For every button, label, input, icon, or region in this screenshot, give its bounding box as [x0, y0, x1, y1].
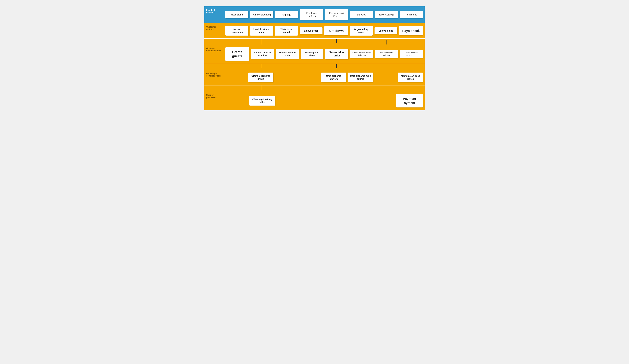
label-onstage: Onstage contact actions — [204, 44, 223, 64]
card-signage: Signage — [275, 11, 298, 18]
arrow-slot-2 — [275, 86, 298, 91]
row-label-text: Customer actions — [206, 26, 222, 30]
card-host-stand: Host Stand — [225, 11, 248, 18]
card-offers-drinks: Offers & prepares drinks — [248, 73, 273, 82]
arrow-slot-5 — [350, 86, 373, 91]
card-takes-order: Server takes order — [325, 49, 348, 60]
row-label-text: Onstage contact actions — [206, 47, 222, 52]
card-delivers-entrees: Server delivers entrees — [375, 50, 398, 58]
card-enjoys-decor: Enjoys décor — [300, 27, 322, 34]
arrows-onstage-backstage — [204, 64, 425, 70]
row-label-text: Support processes — [206, 94, 222, 98]
arrow-slot-0 — [225, 64, 248, 70]
arrow-slot-4 — [325, 86, 348, 91]
arrow-slot-7-bs — [400, 86, 423, 91]
arrows-backstage-support — [204, 86, 425, 91]
backstage-content: Offers & prepares drinks Chef prepares s… — [223, 70, 425, 85]
arrow-slot-4 — [325, 64, 348, 70]
arrow-down-svg-4 — [325, 64, 348, 70]
card-ambient-lighting: Ambient Lighting — [250, 11, 273, 18]
label-support: Support processes — [204, 91, 223, 110]
card-greeted-by-server: Is greeted by server — [350, 26, 373, 36]
card-confirms-satisfaction: Server confirms satisfaction — [400, 50, 423, 58]
label-physical-evidence: Physical evidence — [204, 6, 223, 23]
card-notifies-wait: Notifies them of wait time — [251, 49, 274, 59]
arrow-bs-svg — [250, 86, 273, 91]
arrow-slot-0 — [225, 39, 248, 44]
arrow-slot-2 — [275, 64, 298, 70]
card-escorts-table: Escorts them to table — [276, 49, 299, 59]
row-onstage: Onstage contact actions Greets guests No… — [204, 44, 425, 64]
physical-evidence-content: Host Stand Ambient Lighting Signage Empl… — [223, 6, 425, 23]
row-physical-evidence: Physical evidence Host Stand Ambient Lig… — [204, 6, 425, 23]
support-content: Cleaning & setting tables Payment system — [223, 91, 425, 110]
row-support: Support processes Cleaning & setting tab… — [204, 91, 425, 110]
card-sits-down: Sits down — [324, 26, 348, 35]
arrow-slot-4 — [325, 39, 348, 44]
arrow-svg-4 — [325, 39, 348, 44]
card-cleaning: Cleaning & setting tables — [249, 96, 275, 105]
arrow-slot-7 — [400, 39, 423, 44]
card-table-settings: Table Settings — [375, 11, 398, 18]
card-pays-check: Pays check — [399, 26, 423, 35]
row-label-text: Physical evidence — [206, 9, 222, 14]
row-backstage: Backstage contact actions Offers & prepa… — [204, 70, 425, 85]
card-chef-main: Chef prepares main course — [348, 73, 373, 82]
arrow-slot-2 — [275, 39, 298, 44]
card-server-greets: Server greets them — [301, 49, 323, 59]
arrow-slot-5 — [350, 39, 373, 44]
arrow-slot-3 — [300, 64, 323, 70]
card-payment-system: Payment system — [396, 94, 423, 107]
arrow-slot-1-bs — [250, 86, 273, 91]
onstage-content: Greets guests Notifies them of wait time… — [223, 44, 425, 64]
card-check-in: Check in at host stand — [250, 26, 273, 36]
arrow-slot-1 — [250, 64, 273, 70]
service-blueprint: Physical evidence Host Stand Ambient Lig… — [204, 6, 425, 110]
card-employee-uniform: Employee Uniform — [300, 9, 323, 20]
customer-actions-content: Makes reservation Check in at host stand… — [223, 23, 425, 38]
card-delivers-drinks: Server delivers drinks & starters — [350, 50, 373, 58]
row-customer-actions: Customer actions Makes reservation Check… — [204, 23, 425, 39]
card-kitchen-dishes: Kitchen staff does dishes — [398, 73, 423, 82]
card-bar-area: Bar Area — [350, 11, 373, 18]
arrow-slot-7 — [400, 64, 423, 70]
arrow-slot-3 — [300, 39, 323, 44]
label-customer-actions: Customer actions — [204, 23, 223, 38]
arrows-customer-onstage — [204, 39, 425, 44]
card-waits: Waits to be seated — [275, 26, 298, 36]
arrow-slot-1 — [250, 39, 273, 44]
arrow-slot-3 — [300, 86, 323, 91]
card-makes-reservation: Makes reservation — [225, 26, 248, 36]
arrow-slot-6 — [375, 64, 398, 70]
label-backstage: Backstage contact actions — [204, 70, 223, 85]
card-enjoys-dining: Enjoys dining — [374, 27, 397, 34]
arrow-slot-6 — [375, 86, 398, 91]
card-chef-starters: Chef prepares starters — [321, 73, 346, 82]
row-label-text: Backstage contact actions — [206, 72, 222, 77]
arrow-svg-6-up — [375, 39, 398, 44]
card-greets-guests: Greets guests — [225, 47, 249, 61]
card-furnishings: Furnishings & Décor — [325, 9, 348, 20]
arrow-svg-1 — [250, 39, 273, 44]
arrow-slot-6 — [375, 39, 398, 44]
arrow-slot-0 — [225, 86, 248, 91]
card-restrooms: Restrooms — [400, 11, 423, 18]
arrow-slot-5 — [350, 64, 373, 70]
arrow-down-svg-1 — [250, 64, 273, 70]
